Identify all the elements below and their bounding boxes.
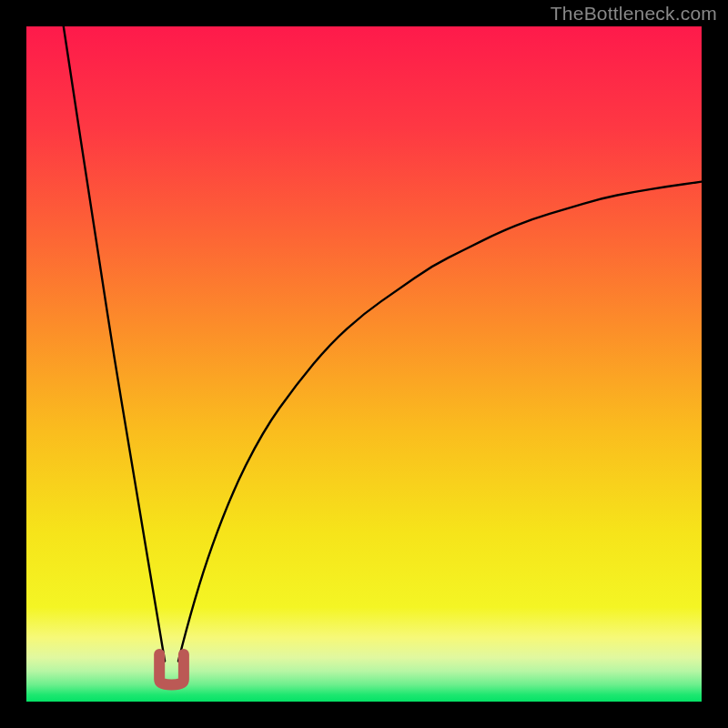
bottleneck-chart	[26, 26, 702, 702]
plot-background	[26, 26, 702, 702]
watermark-text: TheBottleneck.com	[551, 3, 717, 25]
chart-stage: TheBottleneck.com	[0, 0, 728, 728]
